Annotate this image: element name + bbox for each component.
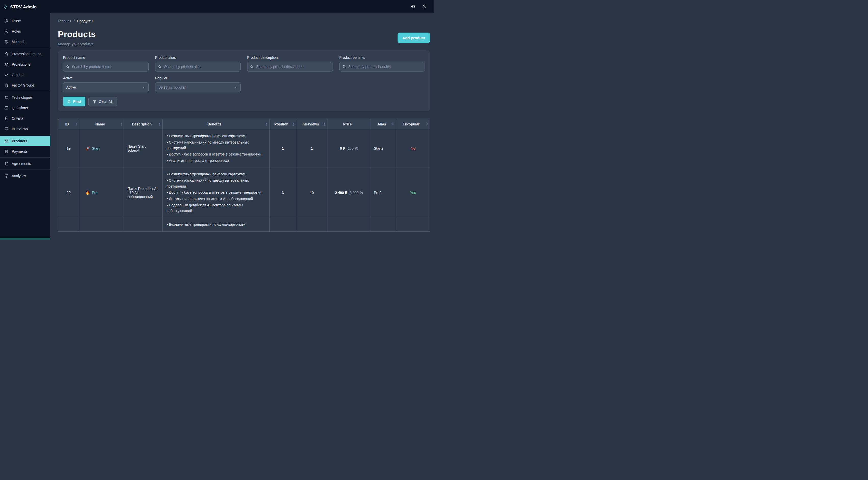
- cell-interviews: 1: [297, 129, 328, 168]
- sidebar-item-profession-groups[interactable]: Profession Groups: [0, 48, 50, 59]
- cell-alias: Pro2: [371, 168, 396, 218]
- benefit-item: • Безлимитные тренировки по флеш-карточк…: [167, 133, 265, 139]
- sidebar-item-criteria[interactable]: Criteria: [0, 113, 50, 124]
- sidebar-item-methods[interactable]: Methods: [0, 36, 50, 47]
- sidebar-item-label: Methods: [12, 40, 26, 44]
- cell-name: [79, 218, 124, 232]
- product-row: 19🚀StartПакет Start sobesAI• Безлимитные…: [58, 129, 430, 168]
- sidebar-item-factor-groups[interactable]: Factor Groups: [0, 80, 50, 90]
- sidebar-item-label: Payments: [12, 149, 28, 153]
- column-header-id[interactable]: ID▲▼: [58, 119, 79, 129]
- cell-interviews: [297, 218, 328, 232]
- sort-icon[interactable]: ▲▼: [292, 123, 294, 126]
- product-name[interactable]: Pro: [92, 191, 97, 195]
- sort-icon[interactable]: ▲▼: [75, 123, 77, 126]
- robot-logo-icon: [4, 5, 8, 9]
- sidebar-item-label: Users: [12, 19, 21, 23]
- product-alias-input[interactable]: [155, 62, 241, 71]
- popular-select[interactable]: Select is_popular: [155, 82, 241, 92]
- add-product-button[interactable]: Add product: [398, 33, 430, 43]
- sort-icon[interactable]: ▲▼: [392, 123, 394, 126]
- cell-alias: Start2: [371, 129, 396, 168]
- product-name-input[interactable]: [63, 62, 149, 71]
- filter-selects-row: ActiveActivePopularSelect is_popular: [63, 76, 425, 92]
- sort-icon[interactable]: ▲▼: [323, 123, 326, 126]
- column-header-description[interactable]: Description▲▼: [124, 119, 163, 129]
- search-icon: [67, 100, 71, 103]
- sidebar-item-label: Analytics: [12, 174, 26, 178]
- clear-all-button[interactable]: Clear All: [88, 97, 117, 106]
- column-header-benefits[interactable]: Benefits▲▼: [163, 119, 270, 129]
- filter-field-popular: PopularSelect is_popular: [155, 76, 241, 92]
- document-icon: [5, 162, 9, 166]
- cell-description: Пакет Pro sobesAI - 10 AI-собеседований: [124, 168, 163, 218]
- chevron-down-icon: [234, 86, 237, 89]
- active-select[interactable]: Active: [63, 82, 149, 92]
- chevron-down-icon: [142, 86, 145, 89]
- sidebar-group: Agreements: [0, 157, 50, 170]
- cell-benefits: • Безлимитные тренировки по флеш-карточк…: [163, 168, 270, 218]
- sidebar-item-analytics[interactable]: Analytics: [0, 171, 50, 181]
- cell-benefits: • Безлимитные тренировки по флеш-карточк…: [163, 129, 270, 168]
- column-header-interviews[interactable]: Interviews▲▼: [297, 119, 328, 129]
- page-header: Products Manage your products Add produc…: [58, 29, 430, 46]
- cell-price: 0 ₽(100 ₽): [328, 129, 371, 168]
- breadcrumb-home[interactable]: Главная: [58, 19, 71, 23]
- cell-interviews: 10: [297, 168, 328, 218]
- benefit-item: • Безлимитные тренировки по флеш-карточк…: [167, 171, 265, 177]
- select-value: Active: [66, 85, 76, 89]
- sidebar-item-products[interactable]: Products: [0, 136, 50, 146]
- product-emoji: 🔥: [85, 191, 90, 195]
- sidebar-item-label: Grades: [12, 73, 24, 77]
- column-header-alias[interactable]: Alias▲▼: [371, 119, 396, 129]
- laptop-icon: [5, 96, 9, 100]
- product-row: • Безлимитные тренировки по флеш-карточк…: [58, 218, 430, 232]
- sidebar-item-professions[interactable]: Professions: [0, 59, 50, 69]
- sidebar-item-grades[interactable]: Grades: [0, 69, 50, 80]
- sidebar-item-interviews[interactable]: Interviews: [0, 124, 50, 134]
- benefit-item: • Аналитика прогресса в тренировках: [167, 158, 265, 164]
- sort-icon[interactable]: ▲▼: [158, 123, 160, 126]
- sidebar-item-label: Criteria: [12, 116, 23, 121]
- column-header-position[interactable]: Position▲▼: [270, 119, 297, 129]
- sidebar-item-users[interactable]: Users: [0, 15, 50, 26]
- sidebar-group: Profession GroupsProfessionsGradesFactor…: [0, 47, 50, 91]
- product-benefits-input[interactable]: [339, 62, 425, 71]
- product-description-input[interactable]: [247, 62, 333, 71]
- cell-position: 1: [270, 129, 297, 168]
- product-name[interactable]: Start: [92, 146, 99, 150]
- sort-icon[interactable]: ▲▼: [266, 123, 268, 126]
- sort-icon[interactable]: ▲▼: [120, 123, 122, 126]
- sidebar-item-label: Profession Groups: [12, 52, 41, 56]
- filter-field-product-description: Product description: [247, 56, 333, 71]
- sidebar-item-questions[interactable]: Questions: [0, 103, 50, 113]
- search-box: [247, 62, 333, 71]
- cell-description: Пакет Start sobesAI: [124, 129, 163, 168]
- column-header-ispopular[interactable]: isPopular▲▼: [396, 119, 430, 129]
- info-icon: [5, 174, 9, 178]
- search-box: [155, 62, 241, 71]
- theme-toggle-button[interactable]: [411, 4, 415, 9]
- sidebar-item-roles[interactable]: Roles: [0, 26, 50, 36]
- app-root: STRV Admin UsersRolesMethodsProfession G…: [0, 0, 434, 240]
- account-button[interactable]: [422, 4, 426, 9]
- sidebar-item-technologies[interactable]: Technologies: [0, 92, 50, 103]
- chat-icon: [5, 127, 9, 131]
- star-icon: [5, 52, 9, 56]
- sidebar-item-payments[interactable]: Payments: [0, 146, 50, 157]
- breadcrumb: Главная / Продукты: [58, 19, 430, 23]
- clear-filters-icon: [93, 100, 97, 103]
- benefit-item: • Система напоминаний по методу интервал…: [167, 177, 265, 190]
- sort-icon[interactable]: ▲▼: [426, 123, 428, 126]
- column-header-name[interactable]: Name▲▼: [79, 119, 124, 129]
- benefit-item: • Доступ к базе вопросов и ответов в реж…: [167, 151, 265, 158]
- breadcrumb-current: Продукты: [77, 19, 93, 23]
- sidebar-item-label: Factor Groups: [12, 83, 34, 87]
- find-button[interactable]: Find: [63, 97, 85, 106]
- sidebar-item-agreements[interactable]: Agreements: [0, 158, 50, 169]
- sidebar-footer-strip: [0, 238, 50, 240]
- filter-field-label: Product alias: [155, 56, 241, 60]
- price-current: 0 ₽: [340, 146, 345, 150]
- cell-benefits: • Безлимитные тренировки по флеш-карточк…: [163, 218, 270, 232]
- filter-field-label: Popular: [155, 76, 241, 80]
